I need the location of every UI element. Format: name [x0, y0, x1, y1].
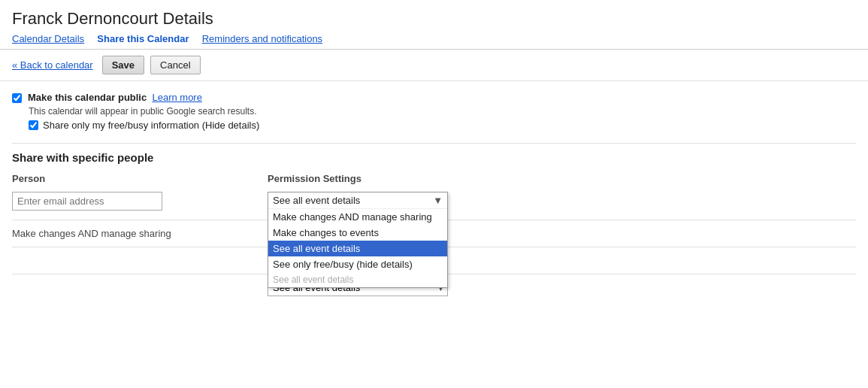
page-title: Franck Dernoncourt Details [12, 9, 856, 29]
tab-calendar-details[interactable]: Calendar Details [12, 33, 92, 44]
tabs-container: Calendar Details Share this Calendar Rem… [12, 33, 856, 44]
cancel-button[interactable]: Cancel [150, 56, 200, 74]
save-button[interactable]: Save [102, 56, 144, 74]
email-input[interactable] [12, 192, 162, 211]
dropdown-option-manage-sharing[interactable]: Make changes AND manage sharing [268, 209, 447, 225]
share-table: Person Permission Settings [12, 173, 856, 214]
person-col-header: Person [12, 173, 268, 189]
make-public-checkbox[interactable] [12, 93, 22, 103]
tab-reminders-notifications[interactable]: Reminders and notifications [202, 33, 330, 44]
table-row: See all event details ▼ Make changes AND… [12, 189, 856, 214]
public-description: This calendar will appear in public Goog… [29, 106, 856, 117]
share-section-title: Share with specific people [12, 151, 856, 164]
tab-share-calendar[interactable]: Share this Calendar [97, 33, 196, 44]
divider [12, 143, 856, 144]
dropdown-current-value: See all event details [273, 195, 360, 206]
extra-row-1-label: Make changes AND manage sharing [12, 228, 268, 239]
permission-cell: See all event details ▼ Make changes AND… [268, 192, 850, 211]
make-public-section: Make this calendar public Learn more Thi… [12, 92, 856, 131]
dropdown-option-make-changes[interactable]: Make changes to events [268, 225, 447, 241]
back-to-calendar-link[interactable]: « Back to calendar [12, 59, 93, 71]
share-section: Share with specific people Person Permis… [12, 151, 856, 301]
share-free-busy-row: Share only my free/busy information (Hid… [29, 120, 856, 131]
dropdown-option-see-all-selected[interactable]: See all event details [268, 241, 447, 256]
dropdown-option-free-busy[interactable]: See only free/busy (hide details) [268, 256, 447, 272]
make-public-row: Make this calendar public Learn more [12, 92, 856, 103]
permission-col-header: Permission Settings [268, 173, 856, 189]
dropdown-option-see-all-extra[interactable]: See all event details [268, 272, 447, 287]
make-public-label: Make this calendar public [28, 92, 147, 103]
toolbar: « Back to calendar Save Cancel [0, 50, 868, 81]
share-free-busy-checkbox[interactable] [29, 120, 38, 130]
page-header: Franck Dernoncourt Details Calendar Deta… [0, 0, 868, 50]
permission-dropdown-popup: See all event details ▼ Make changes AND… [268, 192, 448, 288]
learn-more-link[interactable]: Learn more [152, 92, 201, 103]
share-free-busy-label: Share only my free/busy information (Hid… [43, 120, 259, 131]
dropdown-header[interactable]: See all event details ▼ [268, 192, 447, 209]
dropdown-arrow-icon: ▼ [433, 195, 443, 206]
main-content: Make this calendar public Learn more Thi… [0, 81, 868, 323]
